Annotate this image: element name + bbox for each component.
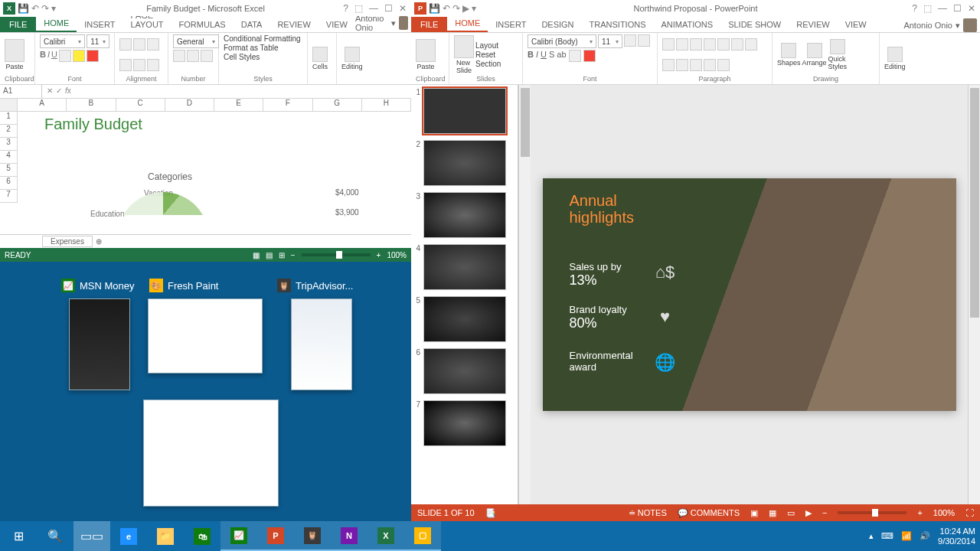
spreadsheet-grid[interactable]: A B C D E F G H 1234567 Family Budget Ca… — [0, 99, 411, 234]
font-color-button[interactable] — [583, 50, 596, 62]
minimize-button[interactable]: — — [938, 3, 947, 14]
taskview-thumb-tripadvisor[interactable] — [291, 298, 352, 390]
tab-home[interactable]: HOME — [447, 15, 488, 32]
underline-button[interactable]: U — [541, 50, 547, 62]
tray-volume-icon[interactable]: 🔊 — [920, 531, 930, 541]
zoom-slider[interactable] — [302, 253, 371, 256]
tab-file[interactable]: FILE — [0, 17, 36, 32]
enter-formula-icon[interactable]: ✓ — [56, 86, 62, 96]
font-color-button[interactable] — [87, 50, 99, 62]
view-page-layout-icon[interactable]: ▤ — [266, 251, 273, 259]
editing-button[interactable]: Editing — [884, 47, 906, 70]
taskview-app-tripadvisor[interactable]: 🦉 TripAdvisor... — [277, 279, 353, 292]
paste-button[interactable]: Paste — [5, 39, 24, 70]
bold-button[interactable]: B — [528, 50, 534, 62]
sheet-tab-expenses[interactable]: Expenses — [42, 236, 93, 247]
qat-redo-icon[interactable]: ↷ — [41, 3, 49, 14]
new-slide-button[interactable]: New Slide — [454, 35, 474, 74]
ribbon-display-icon[interactable]: ⬚ — [923, 3, 932, 14]
shapes-button[interactable]: Shapes — [777, 43, 801, 67]
align-button[interactable] — [119, 38, 132, 51]
fx-icon[interactable]: fx — [65, 86, 71, 96]
view-slideshow-icon[interactable]: ▶ — [805, 508, 812, 518]
zoom-in-button[interactable]: + — [377, 251, 381, 259]
strikethrough-button[interactable]: S — [549, 50, 554, 62]
minimize-button[interactable]: — — [369, 3, 378, 14]
formula-input[interactable] — [76, 85, 411, 98]
paste-button[interactable]: Paste — [416, 39, 436, 70]
store-button[interactable]: 🛍 — [184, 521, 220, 551]
tab-review[interactable]: REVIEW — [789, 17, 837, 32]
col-header-a[interactable]: A — [18, 99, 67, 111]
slide-thumb-4[interactable] — [423, 244, 506, 290]
shadow-button[interactable]: ab — [557, 50, 566, 62]
qat-save-icon[interactable]: 💾 — [429, 3, 440, 14]
reset-button[interactable]: Reset — [475, 51, 501, 59]
close-button[interactable]: ✕ — [399, 3, 407, 14]
taskview-app-freshpaint[interactable]: 🎨 Fresh Paint — [149, 279, 218, 292]
qat-save-icon[interactable]: 💾 — [18, 3, 29, 14]
tab-data[interactable]: DATA — [234, 17, 270, 32]
start-button[interactable]: ⊞ — [0, 521, 37, 551]
tab-insert[interactable]: INSERT — [77, 17, 122, 32]
zoom-out-button[interactable]: − — [291, 251, 296, 259]
slide-thumb-6[interactable] — [423, 348, 506, 394]
zoom-slider[interactable] — [838, 511, 906, 514]
increase-font-button[interactable] — [624, 34, 636, 47]
qat-customize-icon[interactable]: ▾ — [51, 3, 56, 14]
taskview-thumb-freshpaint[interactable] — [148, 298, 263, 373]
fill-color-button[interactable] — [73, 50, 85, 62]
explorer-button[interactable]: 📁 — [147, 521, 184, 551]
cancel-formula-icon[interactable]: ✕ — [47, 86, 53, 96]
view-reading-icon[interactable]: ▭ — [787, 508, 795, 518]
font-size-selector[interactable]: 11 — [87, 34, 109, 48]
select-all-corner[interactable] — [0, 99, 18, 111]
taskview-app-money[interactable]: 📈 MSN Money — [61, 279, 135, 292]
slide-thumb-2[interactable] — [423, 140, 506, 186]
qat-undo-icon[interactable]: ↶ — [443, 3, 450, 14]
tab-transitions[interactable]: TRANSITIONS — [582, 17, 654, 32]
slide-thumb-3[interactable] — [423, 192, 506, 238]
tray-network-icon[interactable]: 📶 — [901, 531, 912, 541]
tab-file[interactable]: FILE — [411, 17, 447, 32]
taskbar-money[interactable]: 📈 — [220, 521, 257, 551]
slide-canvas[interactable]: Annualhighlights Sales up by13% ⌂$ Brand… — [543, 178, 956, 411]
ppt-signed-in-user[interactable]: Antonio Onio▾ — [903, 18, 980, 32]
tab-slideshow[interactable]: SLIDE SHOW — [720, 17, 789, 32]
qat-redo-icon[interactable]: ↷ — [452, 3, 460, 14]
ribbon-display-icon[interactable]: ⬚ — [354, 3, 363, 14]
cells-button[interactable]: Cells — [312, 47, 328, 70]
close-button[interactable]: ✕ — [968, 3, 975, 14]
fit-slide-icon[interactable]: ⛶ — [965, 508, 974, 517]
tab-formulas[interactable]: FORMULAS — [172, 17, 234, 32]
ie-button[interactable]: e — [110, 521, 147, 551]
slide-thumb-5[interactable] — [423, 296, 506, 342]
taskbar-screenshot[interactable]: ▢ — [404, 521, 441, 551]
decrease-font-button[interactable] — [638, 34, 650, 47]
help-icon[interactable]: ? — [912, 3, 917, 14]
thumbnail-scrollbar[interactable] — [518, 85, 531, 504]
section-button[interactable]: Section — [475, 60, 501, 68]
font-size-selector[interactable]: 11 — [598, 34, 622, 48]
view-page-break-icon[interactable]: ⊞ — [279, 251, 285, 259]
font-family-selector[interactable]: Calibri (Body) — [528, 34, 596, 48]
bold-button[interactable]: B — [40, 50, 46, 62]
slide-thumb-7[interactable] — [423, 400, 506, 446]
notes-button[interactable]: ≐ NOTES — [629, 508, 667, 518]
tab-view[interactable]: VIEW — [318, 17, 355, 32]
taskview-thumb-onenote[interactable] — [144, 400, 278, 506]
layout-button[interactable]: Layout — [475, 41, 501, 50]
zoom-in-button[interactable]: + — [917, 508, 922, 517]
slide-indicator[interactable]: SLIDE 1 OF 10 — [417, 508, 475, 517]
tab-animations[interactable]: ANIMATIONS — [654, 17, 721, 32]
taskbar-powerpoint[interactable]: P — [257, 521, 294, 551]
italic-button[interactable]: I — [536, 50, 538, 62]
quick-styles-button[interactable]: Quick Styles — [828, 39, 848, 70]
conditional-formatting-button[interactable]: Conditional Formatting — [224, 34, 301, 43]
number-format-selector[interactable]: General — [173, 34, 219, 48]
help-icon[interactable]: ? — [343, 3, 348, 14]
qat-undo-icon[interactable]: ↶ — [31, 3, 39, 14]
tab-insert[interactable]: INSERT — [488, 17, 534, 32]
format-as-table-button[interactable]: Format as Table — [224, 44, 279, 52]
qat-start-slideshow-icon[interactable]: ▶ — [462, 3, 469, 14]
